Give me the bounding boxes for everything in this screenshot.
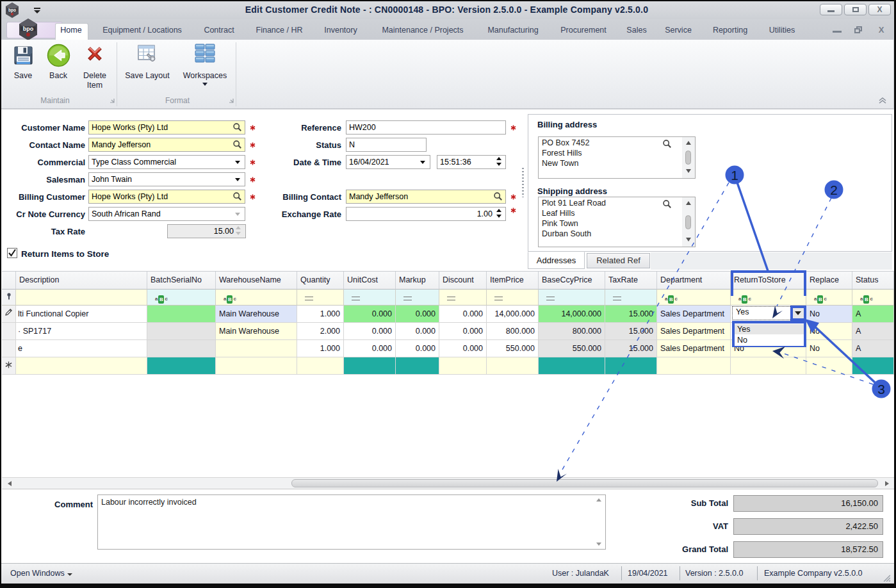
svg-text:2: 2 [830, 183, 838, 197]
svg-text:1: 1 [731, 168, 738, 183]
svg-text:3: 3 [877, 382, 885, 396]
